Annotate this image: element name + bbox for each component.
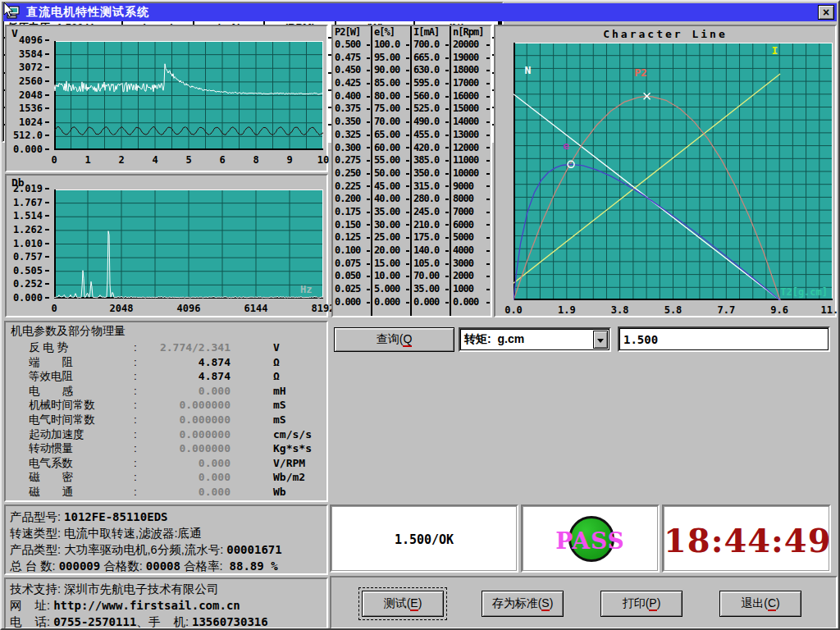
scale-value: 0.350 (333, 116, 371, 129)
scale-value: 60.00 (372, 142, 410, 155)
scale-value: 315.0 (412, 180, 450, 194)
param-value: 0.000 (142, 456, 231, 471)
x-axis-tick-label: 10 (317, 154, 329, 166)
scale-value: 665.0 (412, 52, 450, 65)
product-info-line: 产品类型: 大功率驱动电机,6分频,流水号: 00001671 (10, 541, 322, 558)
scale-value: 350.0 (412, 167, 450, 180)
scale-value: 455.0 (412, 129, 450, 142)
x-axis-tick-label: 4096 (177, 303, 201, 314)
close-button[interactable]: × (818, 5, 834, 20)
action-button-C[interactable]: 退出(C) (719, 591, 801, 617)
scale-value: 245.0 (412, 206, 450, 219)
combobox-value: 转矩: g.cm (464, 332, 524, 347)
x-axis-tick-label: 0 (51, 303, 57, 314)
scale-value: 210.0 (412, 219, 450, 232)
param-label: 电 感 (29, 384, 134, 399)
info-segment: 产品型号: (10, 510, 64, 523)
query-button[interactable]: 查询(Q (334, 327, 454, 352)
scale-value: 40.00 (372, 193, 410, 206)
scale-value: 75.00 (372, 103, 410, 116)
param-value: 0.000 (142, 470, 231, 485)
support-info-panel: 技术支持: 深圳市先航电子技术有限公司网 址: http://www.first… (4, 578, 328, 629)
y-axis-tick-label: 2048 (7, 89, 49, 103)
param-unit: mS (273, 398, 286, 413)
button-hotkey: E (410, 596, 418, 611)
x-axis-tick-label: 1.9 (558, 304, 576, 316)
param-colon: : (134, 441, 142, 456)
param-value: 2.774/2.341 (142, 340, 231, 355)
button-hotkey: Q (403, 332, 412, 347)
scale-value: 3000 (451, 258, 491, 271)
info-segment: 00001671 (226, 543, 281, 556)
scale-value: 0.400 (333, 90, 371, 103)
scale-value: 35.00 (372, 206, 410, 219)
y-axis-tick-label: 512.0 (7, 130, 49, 143)
info-segment: 产品类型: (10, 543, 64, 556)
scale-value: 490.0 (412, 116, 450, 129)
y-axis-tick-label: 0.757 (7, 251, 49, 264)
param-colon: : (134, 485, 142, 500)
params-rows: 反 电 势:2.774/2.341V端 阻:4.874Ω等效电阻:4.874Ω电… (11, 340, 323, 500)
param-row: 反 电 势:2.774/2.341V (11, 340, 323, 355)
x-axis-tick-label: 5 (185, 154, 191, 166)
param-row: 磁 通:0.000Wb (11, 485, 323, 500)
y-axis-tick-label: 1536 (7, 103, 49, 116)
info-segment: 电 话: (10, 615, 53, 628)
scale-value: 0.275 (333, 154, 371, 167)
scale-value: 0.000 (412, 296, 450, 309)
scale-value: 0.050 (333, 270, 371, 283)
params-title: 机电参数及部分物理量 (11, 324, 126, 339)
voltage-scope-panel: V 4096358430722560204815361024512.00.000… (5, 25, 328, 172)
action-button-P[interactable]: 打印(P) (600, 591, 682, 617)
action-button-S[interactable]: 存为标准(S) (482, 591, 564, 617)
param-colon: : (134, 456, 142, 471)
window-title: 直流电机特性测试系统 (26, 5, 149, 20)
param-row: 电气时间常数:0.000000mS (11, 413, 323, 427)
combobox-dropdown-arrow-icon[interactable] (593, 331, 608, 349)
info-segment: 、手 机: (136, 615, 192, 628)
x-axis-tick-label: 2048 (110, 303, 134, 314)
scale-value: 10.00 (372, 270, 410, 283)
torque-value-input[interactable] (618, 326, 830, 352)
param-value: 0.000 (142, 485, 231, 500)
param-colon: : (134, 369, 142, 384)
x-axis-tick-label: 9 (286, 154, 292, 166)
param-value: 0.000000 (142, 427, 231, 442)
info-segment: http://www.firstsail.com.cn (53, 599, 240, 612)
scale-value: 12000 (451, 142, 491, 155)
scale-value: 175.0 (412, 231, 450, 244)
clock-box: 18:44:49 (662, 504, 831, 573)
param-label: 磁 密 (29, 470, 134, 485)
param-row: 端 阻:4.874Ω (11, 355, 323, 370)
support-info-line: 电 话: 0755-2570111、手 机: 13560730316 (10, 614, 322, 630)
scale-value: 16000 (451, 90, 491, 103)
scale-value: 80.00 (372, 90, 410, 103)
scale-value: 15000 (451, 103, 491, 116)
product-info-panel: 产品型号: 1012FE-85110EDS转速类型: 电流中取转速,滤波器:底通… (4, 504, 328, 575)
param-colon: : (134, 427, 142, 442)
param-label: 电气时间常数 (29, 413, 134, 427)
scale-value: 95.00 (372, 52, 410, 65)
info-segment: 网 址: (10, 599, 53, 612)
param-unit: Wb/m2 (273, 470, 305, 485)
y-axis-tick-label: 1.767 (7, 197, 49, 210)
scale-value: 0.000 (451, 296, 491, 309)
scale-columns: P2[W]0.5000.4750.4500.4250.4000.3750.350… (331, 25, 492, 317)
y-axis-tick-label: 3072 (7, 62, 49, 75)
pass-indicator-box: PASS (521, 504, 660, 573)
info-segment: 合格数: (100, 559, 146, 573)
torque-unit-combobox[interactable]: 转矩: g.cm (459, 327, 611, 352)
param-label: 磁 通 (29, 485, 134, 500)
action-button-E[interactable]: 测试(E) (362, 591, 444, 617)
x-axis-tick-label: 7.7 (717, 304, 735, 316)
info-segment: 000009 (59, 559, 101, 573)
button-hotkey: P (649, 596, 656, 611)
scale-value: 140.0 (412, 244, 450, 258)
product-info-line: 转速类型: 电流中取转速,滤波器:底通 (10, 525, 322, 541)
info-segment: 合格率: (180, 559, 230, 573)
spectrum-panel: Db 2.0191.7671.5141.2621.0100.7570.5050.… (5, 174, 328, 317)
y-axis-tick-label: 2.019 (7, 183, 49, 196)
param-value: 4.874 (142, 369, 231, 384)
param-row: 电气系数:0.000V/RPM (11, 456, 323, 471)
x-axis-tick-label: 6144 (244, 303, 268, 314)
